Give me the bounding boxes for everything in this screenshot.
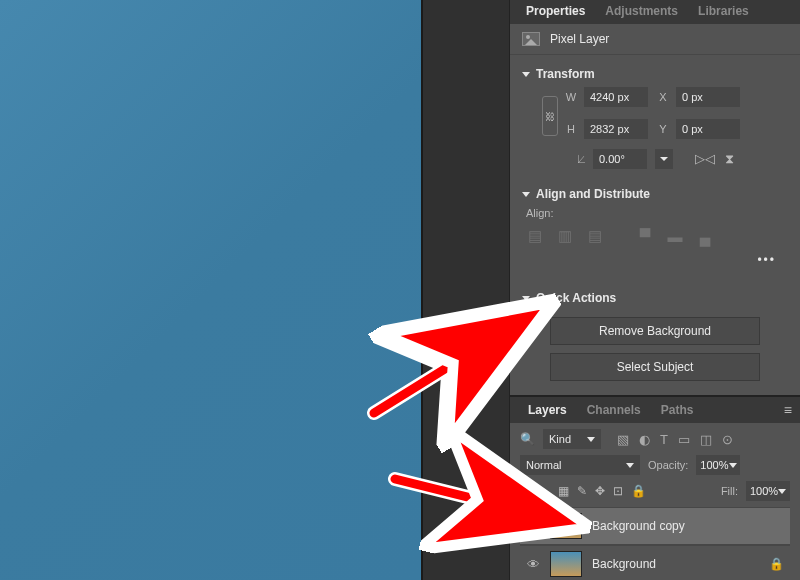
quick-actions-section: Quick Actions Remove Background Select S… <box>510 279 800 395</box>
filter-type-icon[interactable]: T <box>660 432 668 447</box>
lock-label: Lock: <box>520 485 546 497</box>
tab-paths[interactable]: Paths <box>651 399 704 421</box>
opacity-label: Opacity: <box>648 459 688 471</box>
layers-panel: Layers Channels Paths ≡ 🔍 Kind ▧ ◐ T ▭ ◫… <box>510 395 800 580</box>
layer-name[interactable]: Background <box>592 557 656 571</box>
flip-horizontal-icon[interactable]: ▷◁ <box>695 151 715 167</box>
opacity-input[interactable]: 100% <box>696 455 740 475</box>
align-header[interactable]: Align and Distribute <box>522 181 788 207</box>
fill-input[interactable]: 100% <box>746 481 790 501</box>
align-hcenter-icon[interactable]: ▥ <box>556 227 574 245</box>
y-label: Y <box>656 123 670 135</box>
align-bottom-icon[interactable]: ▄ <box>696 227 714 245</box>
properties-tabs: Properties Adjustments Libraries <box>510 0 800 24</box>
search-icon: 🔍 <box>520 432 535 446</box>
layer-item[interactable]: Background copy <box>520 507 790 545</box>
layer-list: Background copy 👁 Background 🔒 <box>520 507 790 580</box>
layer-name[interactable]: Background copy <box>592 519 685 533</box>
rotation-dropdown[interactable] <box>655 149 673 169</box>
quick-actions-header[interactable]: Quick Actions <box>522 285 788 311</box>
flip-vertical-icon[interactable]: ⧗ <box>725 151 734 167</box>
quick-actions-title: Quick Actions <box>536 291 616 305</box>
chevron-down-icon <box>522 296 530 301</box>
h-label: H <box>564 123 578 135</box>
panel-menu-icon[interactable]: ≡ <box>784 402 792 418</box>
filter-smart-icon[interactable]: ◫ <box>700 432 712 447</box>
filter-adjust-icon[interactable]: ◐ <box>639 432 650 447</box>
blend-mode-dropdown[interactable]: Normal <box>520 455 640 475</box>
x-input[interactable] <box>676 87 740 107</box>
chevron-down-icon <box>522 72 530 77</box>
link-wh-icon[interactable]: ⛓ <box>542 96 558 136</box>
layer-type-label: Pixel Layer <box>550 32 609 46</box>
kind-filter-dropdown[interactable]: Kind <box>543 429 601 449</box>
align-left-icon[interactable]: ▤ <box>526 227 544 245</box>
visibility-toggle[interactable]: 👁 <box>526 557 540 572</box>
document-canvas[interactable] <box>0 0 423 580</box>
angle-icon: ⟀ <box>578 152 585 166</box>
lock-all-icon[interactable]: 🔒 <box>631 484 646 498</box>
y-input[interactable] <box>676 119 740 139</box>
align-top-icon[interactable]: ▀ <box>636 227 654 245</box>
tab-layers[interactable]: Layers <box>518 399 577 421</box>
remove-background-button[interactable]: Remove Background <box>550 317 760 345</box>
align-right-icon[interactable]: ▤ <box>586 227 604 245</box>
chevron-down-icon <box>587 437 595 442</box>
align-vcenter-icon[interactable]: ▬ <box>666 227 684 245</box>
lock-icon[interactable]: 🔒 <box>769 557 784 571</box>
height-input[interactable] <box>584 119 648 139</box>
x-label: X <box>656 91 670 103</box>
lock-artboard-icon[interactable]: ⊡ <box>613 484 623 498</box>
w-label: W <box>564 91 578 103</box>
chevron-down-icon <box>522 192 530 197</box>
pixel-layer-icon <box>522 32 540 46</box>
tab-adjustments[interactable]: Adjustments <box>595 0 688 24</box>
chevron-down-icon <box>729 463 737 468</box>
tab-channels[interactable]: Channels <box>577 399 651 421</box>
fill-label: Fill: <box>721 485 738 497</box>
width-input[interactable] <box>584 87 648 107</box>
align-sublabel: Align: <box>522 207 788 219</box>
chevron-down-icon <box>778 489 786 494</box>
transform-header[interactable]: Transform <box>522 61 788 87</box>
layer-item[interactable]: 👁 Background 🔒 <box>520 545 790 580</box>
layer-thumbnail[interactable] <box>550 551 582 577</box>
lock-pixels-icon[interactable]: ▦ <box>558 484 569 498</box>
lock-position-icon[interactable]: ✥ <box>595 484 605 498</box>
filter-toggle-icon[interactable]: ⊙ <box>722 432 733 447</box>
select-subject-button[interactable]: Select Subject <box>550 353 760 381</box>
layer-thumbnail[interactable] <box>550 513 582 539</box>
chevron-down-icon <box>626 463 634 468</box>
right-panels: Properties Adjustments Libraries Pixel L… <box>510 0 800 580</box>
tab-properties[interactable]: Properties <box>516 0 595 24</box>
filter-pixel-icon[interactable]: ▧ <box>617 432 629 447</box>
rotation-input[interactable] <box>593 149 647 169</box>
transform-title: Transform <box>536 67 595 81</box>
panel-gutter <box>425 0 510 580</box>
align-title: Align and Distribute <box>536 187 650 201</box>
layer-type-row: Pixel Layer <box>510 24 800 55</box>
tab-libraries[interactable]: Libraries <box>688 0 759 24</box>
align-buttons: ▤ ▥ ▤ ▀ ▬ ▄ <box>522 219 788 253</box>
align-section: Align and Distribute Align: ▤ ▥ ▤ ▀ ▬ ▄ … <box>510 175 800 279</box>
transform-section: Transform ⛓ W H X <box>510 55 800 175</box>
filter-shape-icon[interactable]: ▭ <box>678 432 690 447</box>
lock-brush-icon[interactable]: ✎ <box>577 484 587 498</box>
more-options-icon[interactable]: ••• <box>522 253 788 273</box>
